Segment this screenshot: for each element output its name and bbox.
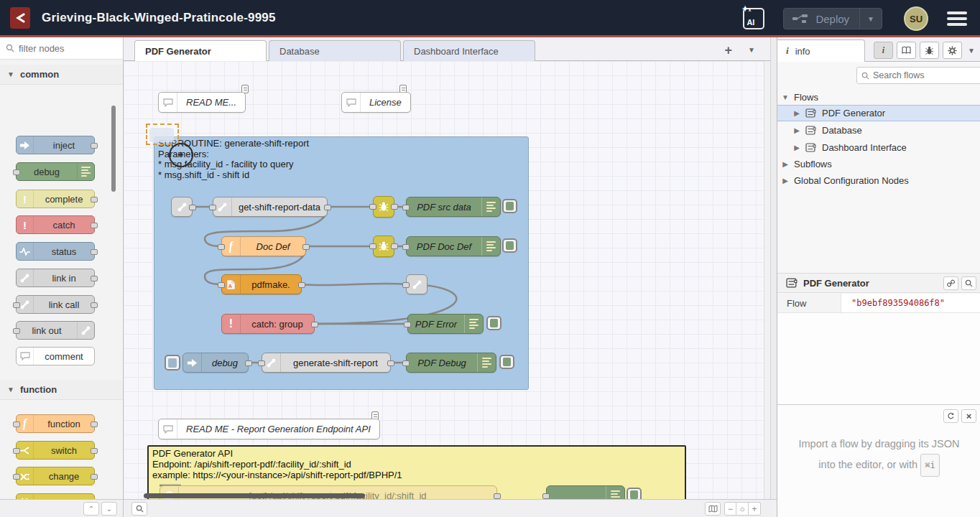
zoom-in-button[interactable]: + bbox=[749, 502, 761, 516]
search-button[interactable] bbox=[961, 276, 976, 290]
tree-item-database[interactable]: ▶ Database bbox=[777, 122, 980, 139]
palette-collapse-down-button[interactable]: ⌄ bbox=[101, 502, 117, 516]
flow-icon bbox=[805, 126, 816, 135]
palette-node-complete[interactable]: ! complete bbox=[16, 190, 95, 208]
palette-node-function[interactable]: f function bbox=[16, 414, 95, 433]
ai-assistant-button[interactable]: ✦x AI bbox=[743, 8, 764, 29]
comment-node-endpoint-readme[interactable]: READ ME - Report Generation Endpoint API bbox=[158, 419, 380, 439]
palette-scrollbar[interactable] bbox=[111, 106, 116, 192]
palette-node-debug[interactable]: debug bbox=[16, 162, 95, 181]
node-generate-shift-report[interactable]: generate-shift-report bbox=[262, 353, 391, 373]
node-pdf-src-data[interactable]: PDF src data bbox=[406, 197, 501, 217]
tab-database[interactable]: Database bbox=[269, 40, 401, 61]
info-sidebar: i info i ▼ ▼ ▼ Flows ▶ PDF Generator ▶ D… bbox=[777, 37, 980, 517]
refresh-button[interactable] bbox=[943, 409, 958, 423]
node-link-in[interactable] bbox=[171, 197, 193, 217]
range-icon bbox=[17, 494, 34, 499]
sidebar-tabs-caret[interactable]: ▼ bbox=[968, 47, 975, 55]
zoom-reset-button[interactable]: ○ bbox=[736, 502, 749, 516]
comment-bubble-icon bbox=[159, 419, 177, 439]
comment-node-license[interactable]: License bbox=[341, 92, 411, 113]
debug-list-icon bbox=[77, 163, 94, 180]
flows-search[interactable]: ▼ bbox=[856, 67, 980, 84]
sidebar-tab-info[interactable]: i info bbox=[777, 39, 865, 62]
tree-item-global-config[interactable]: ▶ Global Configuration Nodes bbox=[777, 172, 980, 189]
sidebar-debug-toolbtn[interactable] bbox=[920, 42, 939, 59]
flow-canvas[interactable]: SUBROUTINE: generate-shift-report Parame… bbox=[124, 61, 764, 499]
deploy-button[interactable]: Deploy ▼ bbox=[783, 8, 882, 29]
tree-item-flows[interactable]: ▼ Flows bbox=[777, 89, 980, 106]
tab-pdf-generator[interactable]: PDF Generator bbox=[134, 40, 267, 61]
palette-node-comment[interactable]: comment bbox=[16, 347, 95, 365]
palette-collapse-up-button[interactable]: ⌃ bbox=[83, 502, 99, 516]
node-doc-def[interactable]: f Doc Def bbox=[221, 236, 306, 256]
sidebar-tabrow: i info i ▼ bbox=[777, 37, 980, 62]
node-catch-group[interactable]: ! catch: group bbox=[221, 314, 315, 334]
vertical-scrollbar[interactable] bbox=[764, 61, 770, 499]
node-debug-bug-2[interactable] bbox=[373, 236, 394, 257]
user-avatar[interactable]: SU bbox=[904, 6, 928, 31]
node-get-shift-report-data[interactable]: get-shift-report-data bbox=[213, 197, 328, 217]
chevron-right-icon: ▶ bbox=[792, 144, 801, 152]
debug-list-icon bbox=[606, 486, 624, 499]
comment-bubble-icon bbox=[342, 93, 361, 112]
chevron-right-icon: ▶ bbox=[781, 177, 790, 185]
zoom-controls: − ○ + bbox=[724, 502, 761, 516]
node-debug-bug-1[interactable] bbox=[373, 196, 394, 218]
palette-node-link-out[interactable]: link out bbox=[16, 321, 95, 340]
node-pdf-error[interactable]: PDF Error bbox=[407, 314, 484, 334]
tree-item-dashboard-interface[interactable]: ▶ Dashboard Interface bbox=[777, 139, 980, 156]
tab-dashboard-interface[interactable]: Dashboard Interface bbox=[403, 40, 535, 61]
node-pdf-doc-def[interactable]: PDF Doc Def bbox=[406, 236, 501, 256]
palette-node-status[interactable]: status bbox=[16, 242, 95, 261]
palette-node-change[interactable]: change bbox=[16, 467, 95, 485]
add-flow-button[interactable]: + bbox=[724, 43, 732, 58]
app-logo-icon bbox=[10, 7, 30, 29]
node-pdfmake[interactable]: A pdfmake. bbox=[221, 274, 302, 294]
palette-node-link-call[interactable]: link call bbox=[16, 295, 95, 314]
canvas-search-button[interactable] bbox=[131, 502, 147, 516]
palette-footer: ⌃ ⌄ bbox=[0, 499, 124, 517]
palette-node-switch[interactable]: switch bbox=[16, 441, 95, 460]
property-label: Flow bbox=[777, 294, 841, 312]
panel-splitter[interactable] bbox=[770, 37, 777, 517]
link-icon bbox=[77, 322, 94, 339]
deploy-options-caret[interactable]: ▼ bbox=[859, 8, 882, 29]
navigator-map-button[interactable] bbox=[705, 502, 721, 516]
tree-item-subflows[interactable]: ▶ Subflows bbox=[777, 156, 980, 172]
close-icon[interactable]: × bbox=[961, 409, 976, 423]
palette-node-link-in[interactable]: link in bbox=[16, 269, 95, 287]
node-pdf-debug[interactable]: PDF Debug bbox=[406, 353, 496, 373]
sparkle-icon: ✦x bbox=[741, 4, 751, 14]
palette-filter[interactable] bbox=[0, 37, 123, 60]
comment-node-readme[interactable]: READ ME... bbox=[158, 92, 246, 113]
node-debug-partial[interactable] bbox=[546, 485, 625, 499]
tab-list-caret[interactable]: ▼ bbox=[748, 46, 755, 54]
node-debug-inject[interactable]: debug bbox=[182, 353, 249, 373]
sidebar-config-toolbtn[interactable] bbox=[943, 42, 962, 59]
flows-search-input[interactable] bbox=[873, 70, 980, 80]
tree-item-pdf-generator[interactable]: ▶ PDF Generator bbox=[777, 105, 980, 121]
main-menu-button[interactable] bbox=[947, 9, 967, 29]
palette-node-range[interactable]: range bbox=[16, 493, 95, 499]
map-icon bbox=[708, 505, 718, 513]
sidebar-help-toolbtn[interactable] bbox=[897, 42, 916, 59]
palette-node-catch[interactable]: ! catch bbox=[16, 215, 95, 234]
sidebar-info-toolbtn[interactable]: i bbox=[874, 42, 893, 59]
palette-filter-input[interactable] bbox=[19, 43, 105, 54]
bug-icon bbox=[379, 241, 389, 251]
palette-node-inject[interactable]: inject bbox=[16, 136, 95, 154]
palette-category-common[interactable]: ▼ common bbox=[0, 65, 123, 85]
link-chain-icon bbox=[947, 279, 955, 287]
search-icon bbox=[861, 72, 869, 80]
node-link-out[interactable] bbox=[406, 274, 427, 294]
zoom-out-button[interactable]: − bbox=[724, 502, 736, 516]
link-icon bbox=[177, 202, 187, 212]
copy-link-button[interactable] bbox=[943, 276, 958, 290]
inject-arrow-icon bbox=[183, 353, 202, 372]
palette-category-function[interactable]: ▼ function bbox=[0, 380, 123, 400]
horizontal-scrollbar[interactable] bbox=[144, 493, 365, 498]
flow-icon bbox=[805, 143, 816, 152]
inject-arrow-icon bbox=[17, 136, 34, 154]
refresh-icon bbox=[947, 412, 955, 420]
